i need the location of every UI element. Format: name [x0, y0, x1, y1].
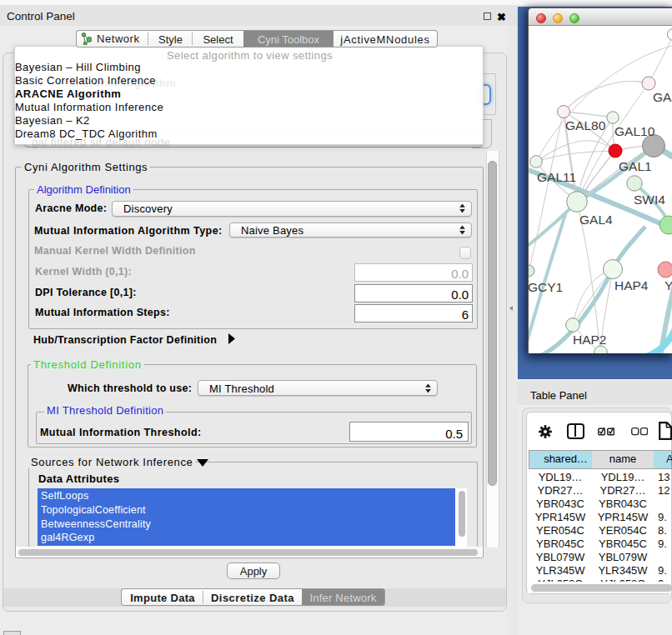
svg-text:GCY1: GCY1: [529, 280, 563, 294]
svg-text:GAL4: GAL4: [579, 212, 613, 227]
svg-text:HAP2: HAP2: [573, 332, 607, 347]
svg-text:SWI4: SWI4: [634, 192, 665, 207]
svg-text:GAL11: GAL11: [537, 170, 576, 184]
svg-text:GAL80: GAL80: [565, 118, 606, 132]
svg-text:GAL7: GAL7: [653, 90, 672, 104]
svg-text:GAL10: GAL10: [614, 124, 655, 138]
svg-text:HAP4: HAP4: [614, 278, 649, 292]
svg-text:GAL1: GAL1: [619, 159, 652, 173]
svg-text:Y: Y: [664, 278, 672, 292]
